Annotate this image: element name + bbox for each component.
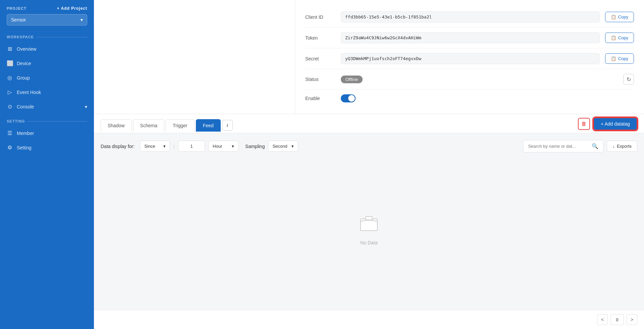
chevron-down-icon: ▾ <box>291 144 294 149</box>
copy-icon: 📋 <box>611 35 616 40</box>
prev-page-button[interactable]: < <box>597 314 608 325</box>
secret-value: yQ3DWmkMPj1uofsch2oFT74egvxDw <box>341 53 600 64</box>
event-hook-icon: ▷ <box>7 89 13 95</box>
tabs-bar: Shadow Schema Trigger Feed i 🗑 + Add dat… <box>94 114 644 133</box>
add-project-button[interactable]: + Add Project <box>57 6 87 11</box>
tab-feed[interactable]: Feed <box>196 119 221 132</box>
status-badge: Offline <box>341 76 363 83</box>
tab-schema[interactable]: Schema <box>133 119 164 132</box>
enable-row: Enable <box>305 90 634 107</box>
svg-rect-1 <box>366 217 372 220</box>
chevron-down-icon: ▾ <box>80 17 83 22</box>
client-id-label: Client ID <box>305 14 335 20</box>
colon-separator: : <box>173 144 175 149</box>
sidebar-item-label: Group <box>17 75 30 81</box>
secret-row: Secret yQ3DWmkMPj1uofsch2oFT74egvxDw 📋 C… <box>305 48 634 69</box>
sidebar-item-label: Overview <box>17 46 36 52</box>
top-section: Client ID ffd3bb65-15e5-43e1-b5cb-1f851b… <box>94 0 644 114</box>
sidebar-item-event-hook[interactable]: ▷ Event Hook <box>0 85 94 99</box>
token-label: Token <box>305 35 335 41</box>
add-datatag-button[interactable]: + Add datatag <box>593 117 637 130</box>
search-icon: 🔍 <box>592 143 598 149</box>
enable-toggle[interactable] <box>341 94 356 102</box>
project-dropdown[interactable]: Sensor ▾ <box>7 14 87 26</box>
main-area: Client ID ffd3bb65-15e5-43e1-b5cb-1f851b… <box>94 0 644 329</box>
tabs-right: 🗑 + Add datatag <box>578 117 637 133</box>
tab-shadow[interactable]: Shadow <box>101 119 132 132</box>
time-value-input[interactable] <box>178 141 205 152</box>
sampling-label: Sampling <box>245 144 265 149</box>
refresh-icon: ↻ <box>627 76 631 83</box>
token-row: Token ZirZ9aWu4C9JNiw6w2GcX4dvAHiWm 📋 Co… <box>305 28 634 48</box>
data-controls: Data display for: Since ▾ : Hour ▾ Sampl… <box>101 140 637 152</box>
grid-icon: ⊞ <box>7 46 13 52</box>
chevron-down-icon: ▾ <box>163 144 166 149</box>
copy-secret-button[interactable]: 📋 Copy <box>605 53 634 64</box>
workspace-label: WORKSPACE <box>0 30 94 42</box>
sidebar-item-label: Member <box>17 131 34 136</box>
next-page-button[interactable]: > <box>627 314 637 325</box>
secret-label: Secret <box>305 56 335 61</box>
copy-client-id-button[interactable]: 📋 Copy <box>605 12 634 22</box>
sidebar-item-group[interactable]: ◎ Group <box>0 70 94 85</box>
sidebar-item-console[interactable]: ⊙ Console ▾ <box>0 99 94 114</box>
page-number: 0 <box>610 314 624 325</box>
sidebar-item-setting[interactable]: ⚙ Setting <box>0 140 94 155</box>
member-icon: ☰ <box>7 130 13 136</box>
exports-button[interactable]: ↓ Exports <box>607 141 637 152</box>
refresh-status-button[interactable]: ↻ <box>623 74 634 85</box>
sidebar-item-overview[interactable]: ⊞ Overview <box>0 42 94 56</box>
sidebar: PROJECT + Add Project Sensor ▾ WORKSPACE… <box>0 0 94 329</box>
group-icon: ◎ <box>7 75 13 81</box>
status-label: Status <box>305 77 335 82</box>
device-icon: ⬜ <box>7 60 13 66</box>
sidebar-item-label: Console <box>17 104 34 109</box>
status-row: Status Offline ↻ <box>305 69 634 90</box>
no-data-text: No Data <box>360 240 377 245</box>
empty-state: No Data <box>101 158 637 303</box>
search-input[interactable] <box>528 144 589 149</box>
second-dropdown[interactable]: Second ▾ <box>268 141 298 152</box>
device-info-area: Client ID ffd3bb65-15e5-43e1-b5cb-1f851b… <box>295 0 644 114</box>
project-section: PROJECT + Add Project Sensor ▾ <box>0 0 94 30</box>
no-data-icon <box>359 216 379 236</box>
controls-left: Since ▾ : Hour ▾ Sampling Second ▾ <box>140 141 298 152</box>
chevron-down-icon: ▾ <box>85 104 87 109</box>
sidebar-item-label: Device <box>17 61 31 66</box>
enable-label: Enable <box>305 96 335 101</box>
project-heading: PROJECT <box>7 6 26 10</box>
device-image-area <box>94 0 295 114</box>
download-icon: ↓ <box>612 144 615 149</box>
sidebar-item-label: Setting <box>17 145 32 150</box>
setting-label: SETTING <box>0 114 94 126</box>
data-display-area: Data display for: Since ▾ : Hour ▾ Sampl… <box>94 133 644 310</box>
copy-icon: 📋 <box>611 14 616 19</box>
pagination: < 0 > <box>94 310 644 329</box>
chevron-down-icon: ▾ <box>232 144 234 149</box>
sidebar-item-device[interactable]: ⬜ Device <box>0 56 94 70</box>
info-button[interactable]: i <box>222 120 233 131</box>
hour-dropdown[interactable]: Hour ▾ <box>208 141 238 152</box>
current-project-label: Sensor <box>11 17 26 22</box>
delete-button[interactable]: 🗑 <box>578 118 590 130</box>
controls-right: 🔍 ↓ Exports <box>523 140 637 152</box>
client-id-row: Client ID ffd3bb65-15e5-43e1-b5cb-1f851b… <box>305 7 634 28</box>
copy-icon: 📋 <box>611 56 616 61</box>
trash-icon: 🗑 <box>581 121 587 127</box>
sidebar-item-label: Event Hook <box>17 90 41 95</box>
since-dropdown[interactable]: Since ▾ <box>140 141 170 152</box>
client-id-value: ffd3bb65-15e5-43e1-b5cb-1f851ba2l <box>341 11 600 22</box>
display-for-label: Data display for: <box>101 144 135 149</box>
project-label: PROJECT + Add Project <box>7 6 87 11</box>
console-icon: ⊙ <box>7 103 13 110</box>
bottom-section: Shadow Schema Trigger Feed i 🗑 + Add dat… <box>94 114 644 329</box>
tab-trigger[interactable]: Trigger <box>166 119 195 132</box>
tabs-left: Shadow Schema Trigger Feed i <box>101 119 233 132</box>
copy-token-button[interactable]: 📋 Copy <box>605 33 634 43</box>
gear-icon: ⚙ <box>7 144 13 151</box>
token-value: ZirZ9aWu4C9JNiw6w2GcX4dvAHiWm <box>341 32 600 43</box>
sidebar-item-member[interactable]: ☰ Member <box>0 126 94 140</box>
search-box: 🔍 <box>523 140 603 152</box>
